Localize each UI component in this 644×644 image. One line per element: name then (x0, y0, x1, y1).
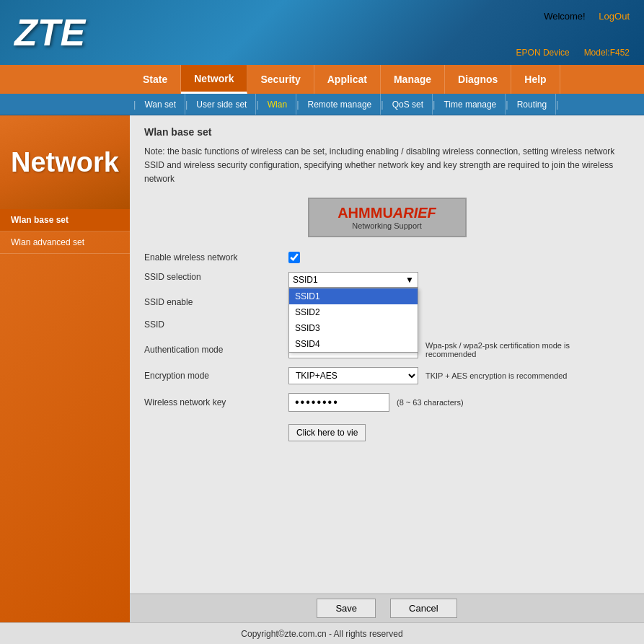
enable-wireless-label: Enable wireless network (144, 252, 288, 263)
network-key-label: Wireless network key (144, 397, 288, 407)
click-here-control: Click here to vie (288, 420, 366, 441)
subnav-time[interactable]: Time manage (435, 94, 506, 115)
footer-buttons: Save Cancel (130, 594, 644, 622)
ssid-selected-value: SSID1 (293, 275, 318, 285)
encryption-label: Encryption mode (144, 371, 288, 381)
ssid-dropdown: SSID1 SSID2 SSID3 SSID4 (288, 288, 418, 353)
ssid-dropdown-arrow: ▼ (405, 275, 414, 285)
model-info: Model:F452 (584, 48, 630, 58)
ssid-enable-label: SSID enable (144, 297, 288, 307)
ssid-select-display[interactable]: SSID1 ▼ (288, 272, 418, 288)
ssid-option-4[interactable]: SSID4 (289, 336, 418, 352)
main-layout: Network Wlan base set Wlan advanced set … (0, 115, 644, 622)
watermark-title: AHMMUARIEF (320, 205, 454, 221)
header: ZTE Welcome! LogOut EPON Device Model:F4… (0, 0, 644, 65)
click-here-button[interactable]: Click here to vie (288, 424, 366, 441)
sidebar-wlan-advanced-set[interactable]: Wlan advanced set (0, 231, 130, 254)
nav-security[interactable]: Security (247, 65, 314, 94)
navbar: State Network Security Applicat Manage D… (0, 65, 644, 94)
content-area: Wlan base set Note: the basic functions … (130, 115, 644, 594)
header-right: Welcome! LogOut (544, 11, 630, 22)
subnav-remote-manage[interactable]: Remote manage (299, 94, 381, 115)
sidebar-wlan-base-set[interactable]: Wlan base set (0, 209, 130, 231)
nav-help[interactable]: Help (511, 65, 560, 94)
sidebar: Network Wlan base set Wlan advanced set (0, 115, 130, 622)
device-type: EPON Device (516, 48, 570, 58)
network-key-row: Wireless network key •••••••• (8 ~ 63 ch… (144, 393, 630, 412)
nav-applicat[interactable]: Applicat (314, 65, 381, 94)
ssid-selection-row: SSID selection SSID1 ▼ SSID1 SSID2 (144, 272, 630, 288)
nav-manage[interactable]: Manage (381, 65, 445, 94)
auth-mode-label: Authentication mode (144, 345, 288, 355)
nav-network[interactable]: Network (181, 65, 247, 94)
subnav: | Wan set | User side set | Wlan | Remot… (0, 94, 644, 115)
watermark-subtitle: Networking Support (320, 221, 454, 230)
network-key-hint: (8 ~ 63 characters) (397, 398, 464, 407)
ssid-select-wrapper: SSID1 ▼ SSID1 SSID2 SSID3 SSID4 (288, 272, 418, 288)
ssid-selection-label: SSID selection (144, 272, 288, 282)
encryption-select[interactable]: TKIP+AESTKIPAES (288, 367, 418, 384)
password-field[interactable]: •••••••• (288, 393, 389, 412)
form: Enable wireless network SSID selection S… (144, 252, 630, 441)
click-here-row: Click here to vie (144, 420, 630, 441)
ssid-option-1[interactable]: SSID1 (289, 288, 418, 304)
subnav-wlan[interactable]: Wlan (259, 94, 296, 115)
encryption-hint: TKIP + AES encryption is recommended (425, 371, 567, 380)
sidebar-network-area: Network (0, 115, 130, 209)
page-title: Wlan base set (144, 126, 630, 138)
ssid-selection-control: SSID1 ▼ SSID1 SSID2 SSID3 SSID4 (288, 272, 418, 288)
subnav-qos[interactable]: QoS set (384, 94, 433, 115)
save-button[interactable]: Save (317, 599, 376, 618)
network-label: Network (11, 147, 119, 178)
enable-wireless-row: Enable wireless network (144, 252, 630, 263)
nav-state[interactable]: State (130, 65, 181, 94)
logout-link[interactable]: LogOut (599, 11, 630, 22)
subnav-user-side[interactable]: User side set (188, 94, 256, 115)
ssid-label: SSID (144, 319, 288, 330)
ssid-option-3[interactable]: SSID3 (289, 320, 418, 336)
subnav-routing[interactable]: Routing (508, 94, 556, 115)
description-text: Note: the basic functions of wireless ca… (144, 145, 630, 187)
welcome-text: Welcome! (544, 11, 586, 22)
encryption-row: Encryption mode TKIP+AESTKIPAES TKIP + A… (144, 367, 630, 384)
encryption-control: TKIP+AESTKIPAES TKIP + AES encryption is… (288, 367, 567, 384)
subnav-wan-set[interactable]: Wan set (136, 94, 185, 115)
watermark: AHMMUARIEF Networking Support (308, 198, 467, 237)
enable-wireless-checkbox[interactable] (288, 252, 300, 263)
copyright: Copyright©zte.com.cn - All rights reserv… (0, 622, 644, 644)
nav-diagnos[interactable]: Diagnos (445, 65, 511, 94)
auth-mode-hint: Wpa-psk / wpa2-psk certification mode is… (425, 341, 606, 358)
ssid-option-2[interactable]: SSID2 (289, 304, 418, 320)
enable-wireless-control (288, 252, 300, 263)
zte-logo: ZTE (14, 11, 85, 54)
cancel-button[interactable]: Cancel (390, 599, 456, 618)
network-key-control: •••••••• (8 ~ 63 characters) (288, 393, 464, 412)
